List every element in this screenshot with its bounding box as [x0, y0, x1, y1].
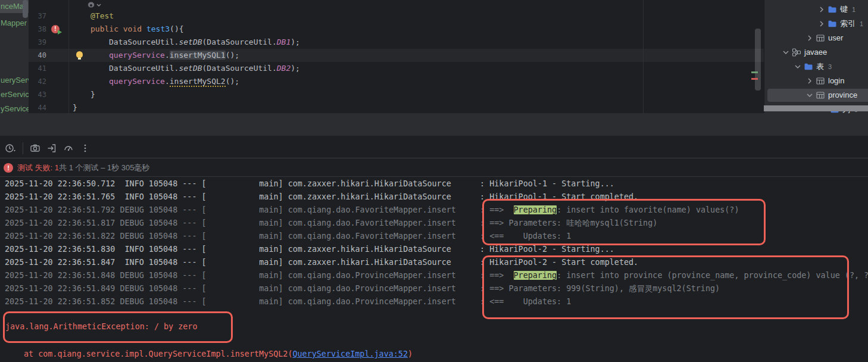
left-panel-item[interactable]: yService	[1, 102, 29, 113]
line-number[interactable]: 38	[27, 23, 46, 36]
log-prefix: 2025-11-20 22:36:51.792 DEBUG 105048 ---…	[5, 205, 489, 214]
tree-item-login[interactable]: login	[764, 74, 868, 88]
log-prefix: 2025-11-20 22:36:50.712 INFO 105048 --- …	[5, 179, 489, 188]
tree-horizontal-scrollbar[interactable]	[764, 105, 868, 111]
intention-bulb-icon[interactable]	[76, 51, 83, 58]
stack-trace-line: at com.qiang.service.impl.QueryServiceIm…	[24, 348, 413, 361]
code-token: }	[73, 103, 77, 112]
log-prefix: 2025-11-20 22:36:51.849 DEBUG 105048 ---…	[5, 284, 489, 293]
stack-prefix: at com.qiang.service.impl.QueryServiceIm…	[24, 349, 292, 358]
log-prefix: 2025-11-20 22:36:51.830 INFO 105048 --- …	[5, 245, 489, 254]
code-token: (){	[170, 24, 183, 33]
code-line[interactable]: @Test	[90, 10, 114, 23]
schema-icon	[792, 48, 801, 57]
code-token: public void	[90, 24, 146, 33]
analysis-stripe-red[interactable]	[751, 78, 758, 80]
code-line[interactable]: }	[73, 101, 77, 114]
code-line[interactable]: }	[90, 88, 95, 101]
test-summary-text: 共 1 个测试 – 1秒 305毫秒	[59, 163, 149, 173]
code-line[interactable]: DataSourceUtil.setDB(DataSourceUtil.DB2)…	[109, 62, 300, 75]
tree-item-label: login	[828, 74, 844, 88]
left-panel-item[interactable]: Mapper	[1, 17, 27, 30]
test-status-row: ! 测试 失败: 1共 1 个测试 – 1秒 305毫秒	[4, 161, 150, 175]
tree-item-label: javaee	[804, 46, 827, 59]
database-tree-panel[interactable]: 键 1 索引 1 user javaee 表	[764, 0, 868, 117]
left-panel-item[interactable]: erServic	[1, 88, 29, 101]
tree-item-索引[interactable]: 索引 1	[764, 17, 868, 30]
clipped-project-panel[interactable]: nceMapMapperueryServerServicyService	[0, 0, 29, 113]
test-failed-text: 测试 失败: 1	[17, 163, 59, 173]
code-token: queryService	[109, 51, 165, 60]
divider	[0, 176, 868, 177]
import-button[interactable]	[45, 141, 59, 155]
code-token: .	[165, 77, 170, 86]
code-vision-gear-icon[interactable]	[86, 1, 102, 10]
code-token: setDB	[179, 38, 202, 46]
code-line[interactable]: queryService.insertMySQL2();	[109, 75, 239, 88]
toolbar-divider	[23, 142, 23, 154]
line-number[interactable]: 40	[27, 49, 46, 62]
chevron-right-icon[interactable]	[805, 33, 814, 43]
chevron-right-icon[interactable]	[805, 76, 814, 86]
chevron-down-icon[interactable]	[793, 62, 803, 71]
line-number[interactable]: 37	[27, 10, 46, 23]
code-token: DB1	[277, 38, 291, 46]
tree-item-count: 1	[852, 3, 855, 16]
code-token: );	[291, 38, 300, 46]
tree-item-表[interactable]: 表 3	[764, 60, 868, 73]
folder-icon	[804, 62, 813, 71]
line-number[interactable]: 43	[27, 88, 46, 101]
more-kebab-button[interactable]	[78, 141, 92, 155]
code-line[interactable]: public void test3(){	[90, 23, 184, 36]
left-panel-scrollbar[interactable]	[23, 0, 28, 18]
line-number[interactable]: 41	[27, 62, 46, 75]
log-prefix: 2025-11-20 22:36:51.852 DEBUG 105048 ---…	[5, 297, 489, 306]
code-line[interactable]: DataSourceUtil.setDB(DataSourceUtil.DB1)…	[109, 36, 300, 49]
code-token: insertMySQL1	[170, 51, 226, 60]
log-line: 2025-11-20 22:36:50.712 INFO 105048 --- …	[5, 177, 614, 191]
code-token: ();	[226, 51, 239, 60]
chevron-down-icon[interactable]	[805, 90, 814, 100]
tree-item-javaee[interactable]: javaee	[764, 46, 868, 59]
test-failed-run-icon[interactable]: !	[51, 25, 60, 33]
chevron-right-icon[interactable]	[817, 19, 826, 29]
code-token: ();	[226, 77, 239, 86]
log-segment: HikariPool-2 - Starting...	[489, 245, 614, 254]
stack-trace-link[interactable]: QueryServiceImpl.java:52	[292, 349, 407, 358]
gauge-button[interactable]	[61, 141, 76, 155]
annotation-box-mysql2	[482, 255, 849, 319]
chevron-right-icon[interactable]	[817, 5, 826, 14]
history-clock-button[interactable]	[4, 141, 18, 155]
line-number[interactable]: 42	[27, 75, 46, 88]
tree-item-label: user	[828, 32, 843, 45]
stack-suffix: )	[408, 349, 413, 358]
line-number[interactable]: 44	[27, 101, 46, 114]
code-token: queryService	[109, 77, 165, 86]
log-prefix: 2025-11-20 22:36:51.848 DEBUG 105048 ---…	[5, 271, 489, 280]
tree-item-键[interactable]: 键 1	[764, 3, 868, 16]
table-icon	[816, 33, 825, 43]
gutter-separator	[68, 0, 69, 113]
code-token: }	[90, 90, 95, 99]
code-token: (DataSourceUtil.	[202, 38, 277, 46]
table-icon	[816, 76, 825, 86]
code-token: DataSourceUtil.	[109, 38, 179, 46]
table-icon	[816, 90, 825, 100]
code-token: .	[165, 51, 170, 60]
line-number[interactable]: 39	[27, 36, 46, 49]
editor-vertical-scrollbar[interactable]	[755, 29, 761, 90]
code-editor[interactable]: 37@Test38!public void test3(){39DataSour…	[0, 0, 764, 113]
chevron-down-icon[interactable]	[781, 48, 791, 57]
tree-item-user[interactable]: user	[764, 32, 868, 45]
code-token: DataSourceUtil.	[109, 64, 179, 73]
code-token: test3	[146, 24, 170, 33]
console-toolbar	[2, 138, 93, 158]
code-line[interactable]: queryService.insertMySQL1();	[109, 49, 239, 62]
left-panel-item[interactable]: ueryServ	[1, 74, 29, 87]
tree-item-province[interactable]: province	[767, 89, 868, 102]
tree-item-label: 索引	[840, 17, 855, 30]
analysis-stripe-green[interactable]	[751, 71, 758, 73]
log-prefix: 2025-11-20 22:36:51.822 DEBUG 105048 ---…	[5, 232, 489, 241]
camera-button[interactable]	[28, 141, 42, 155]
code-token: @Test	[90, 11, 114, 20]
